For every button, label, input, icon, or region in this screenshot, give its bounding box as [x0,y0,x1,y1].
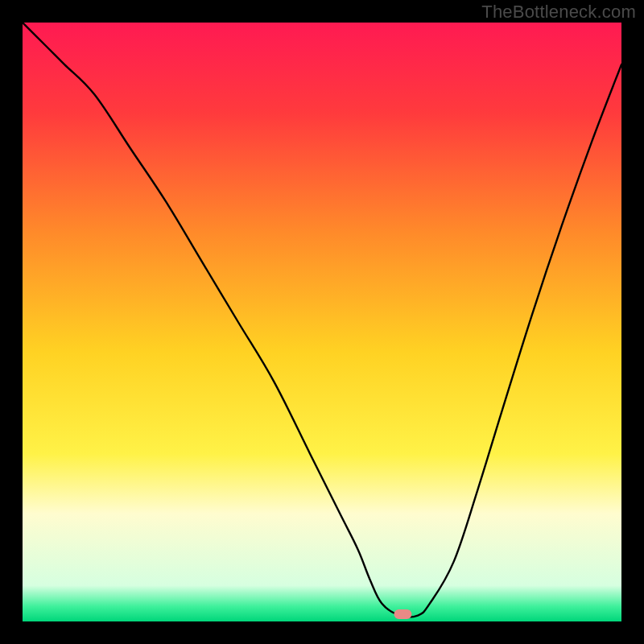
watermark-text: TheBottleneck.com [481,2,636,23]
chart-frame: TheBottleneck.com [0,0,644,644]
optimal-marker [394,609,411,619]
gradient-background [23,23,621,621]
chart-svg [23,23,621,621]
plot-area [23,23,621,621]
